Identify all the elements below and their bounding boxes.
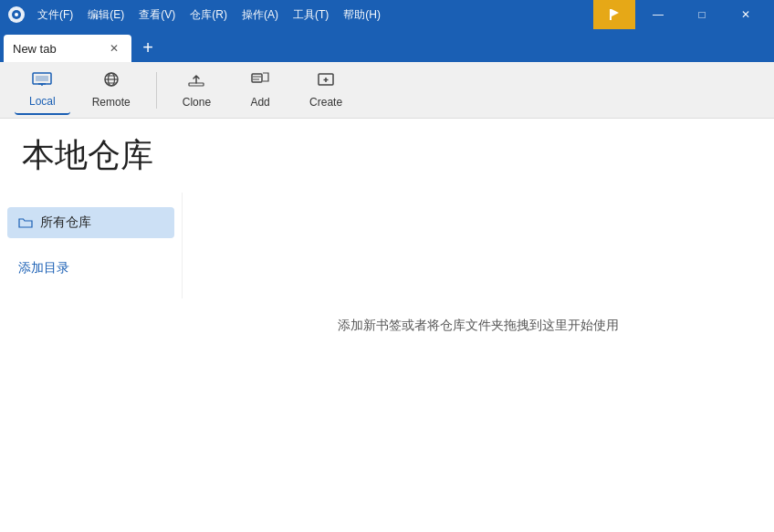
sidebar: 所有仓库 添加目录	[0, 193, 183, 298]
svg-marker-4	[612, 9, 619, 16]
toolbar-separator	[156, 72, 157, 109]
menu-view[interactable]: 查看(V)	[132, 4, 182, 26]
menu-actions[interactable]: 操作(A)	[235, 4, 285, 26]
main-content: 本地仓库 所有仓库 添加目录 添加新书签或者将仓库文件夹拖拽到这里开始使用	[0, 119, 774, 532]
add-tab-button[interactable]: +	[135, 35, 161, 60]
title-bar-controls: — □ ✕	[593, 0, 767, 29]
title-bar: 文件(F) 编辑(E) 查看(V) 仓库(R) 操作(A) 工具(T) 帮助(H…	[0, 0, 774, 29]
folder-icon	[18, 216, 33, 229]
title-bar-left: 文件(F) 编辑(E) 查看(V) 仓库(R) 操作(A) 工具(T) 帮助(H…	[7, 4, 387, 26]
menu-tools[interactable]: 工具(T)	[287, 4, 335, 26]
svg-rect-15	[252, 74, 262, 82]
empty-hint-text: 添加新书签或者将仓库文件夹拖拽到这里开始使用	[338, 318, 619, 334]
tab-bar: New tab ✕ +	[0, 29, 774, 62]
menu-repo[interactable]: 仓库(R)	[183, 4, 234, 26]
add-directory-link[interactable]: 添加目录	[7, 253, 174, 284]
tab-new[interactable]: New tab ✕	[4, 35, 131, 62]
minimize-button[interactable]: —	[637, 0, 679, 29]
tab-label: New tab	[13, 42, 99, 56]
toolbar-remote[interactable]: Remote	[78, 66, 145, 114]
toolbar: Local Remote Clone	[0, 62, 774, 119]
svg-rect-6	[36, 76, 48, 81]
remote-label: Remote	[92, 96, 131, 109]
app-icon	[7, 5, 26, 24]
left-panel: 本地仓库 所有仓库 添加目录	[0, 119, 183, 532]
local-label: Local	[29, 95, 56, 108]
flag-button[interactable]	[593, 0, 635, 29]
toolbar-local[interactable]: Local	[15, 65, 70, 115]
add-icon	[250, 71, 270, 92]
add-label: Add	[250, 96, 269, 109]
clone-label: Clone	[183, 96, 211, 109]
toolbar-create[interactable]: Create	[295, 66, 357, 114]
menu-edit[interactable]: 编辑(E)	[81, 4, 131, 26]
menu-help[interactable]: 帮助(H)	[337, 4, 387, 26]
page-title: 本地仓库	[0, 119, 183, 193]
close-icon: ✕	[741, 8, 750, 21]
maximize-button[interactable]: □	[681, 0, 723, 29]
menu-bar: 文件(F) 编辑(E) 查看(V) 仓库(R) 操作(A) 工具(T) 帮助(H…	[31, 4, 387, 26]
svg-rect-14	[189, 83, 204, 86]
menu-file[interactable]: 文件(F)	[31, 4, 79, 26]
maximize-icon: □	[698, 8, 705, 21]
remote-icon	[101, 71, 121, 92]
svg-point-2	[15, 13, 18, 16]
flag-icon	[608, 8, 621, 21]
clone-icon	[186, 71, 206, 92]
sidebar-item-all-repos[interactable]: 所有仓库	[7, 207, 174, 238]
create-icon	[316, 71, 336, 92]
svg-rect-3	[610, 9, 612, 20]
toolbar-clone[interactable]: Clone	[168, 66, 225, 114]
all-repos-label: 所有仓库	[40, 214, 91, 231]
content-area: 添加新书签或者将仓库文件夹拖拽到这里开始使用	[183, 119, 774, 532]
minimize-icon: —	[653, 8, 664, 21]
create-label: Create	[309, 96, 342, 109]
local-icon	[32, 70, 52, 91]
tab-close-button[interactable]: ✕	[106, 40, 122, 57]
toolbar-add[interactable]: Add	[233, 66, 288, 114]
close-button[interactable]: ✕	[725, 0, 767, 29]
